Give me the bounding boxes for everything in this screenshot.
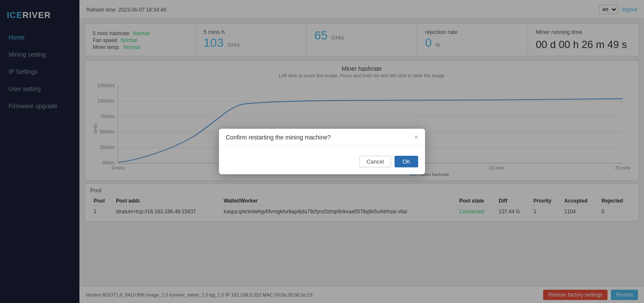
dialog-close-button[interactable]: × <box>414 134 418 141</box>
confirm-dialog: Confirm restarting the mining machine? ×… <box>219 129 425 174</box>
dialog-header: Confirm restarting the mining machine? × <box>219 129 425 145</box>
dialog-title: Confirm restarting the mining machine? <box>226 134 331 141</box>
dialog-ok-button[interactable]: OK <box>395 156 418 167</box>
dialog-body: Cancel OK <box>219 145 425 174</box>
dialog-cancel-button[interactable]: Cancel <box>359 156 391 167</box>
modal-overlay: Confirm restarting the mining machine? ×… <box>0 0 644 303</box>
